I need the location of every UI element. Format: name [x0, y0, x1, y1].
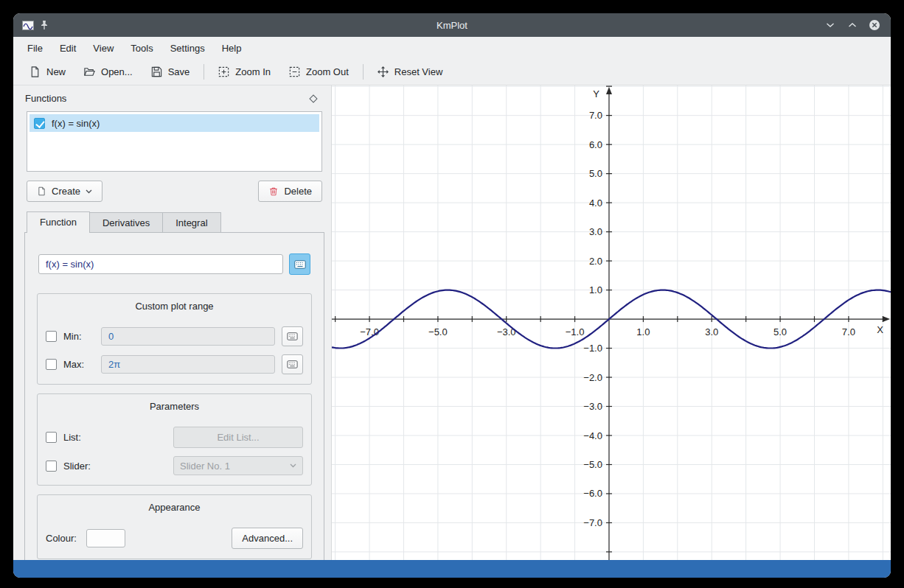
max-checkbox[interactable] — [46, 359, 57, 370]
bottom-bar — [13, 560, 891, 578]
svg-text:1.0: 1.0 — [636, 326, 650, 337]
new-function-icon — [37, 186, 46, 197]
tab-derivatives[interactable]: Derivatives — [89, 212, 163, 232]
custom-plot-range-group: Custom plot range Min: Max: — [37, 293, 312, 385]
toolbar-save-button[interactable]: Save — [144, 62, 197, 82]
reset-view-icon — [377, 66, 389, 78]
functions-dock: Functions f(x) = sin(x) Create — [13, 85, 332, 560]
toolbar-separator — [204, 64, 204, 80]
svg-text:−7.0: −7.0 — [360, 326, 379, 337]
function-visible-checkbox[interactable] — [34, 118, 45, 129]
svg-text:7.0: 7.0 — [589, 110, 602, 121]
function-list[interactable]: f(x) = sin(x) — [27, 111, 322, 172]
zoom-out-icon — [288, 66, 301, 78]
plot-canvas: −7.0−5.0−3.0−1.01.03.05.07.0−7.0−6.0−5.0… — [332, 85, 891, 560]
appearance-group: Appearance Colour: Advanced... — [37, 494, 312, 559]
shade-button[interactable] — [823, 18, 838, 32]
svg-text:−7.0: −7.0 — [583, 517, 602, 528]
function-tabs: Function Derivatives Integral — [27, 211, 331, 232]
menu-settings[interactable]: Settings — [164, 39, 212, 57]
min-input — [101, 327, 275, 346]
menu-view[interactable]: View — [86, 39, 120, 57]
trash-icon — [268, 186, 279, 197]
svg-text:3.0: 3.0 — [705, 326, 718, 337]
open-folder-icon — [83, 66, 96, 78]
maximize-button[interactable] — [845, 18, 860, 32]
svg-text:−4.0: −4.0 — [583, 430, 602, 441]
dock-title: Functions — [25, 93, 66, 104]
tab-integral[interactable]: Integral — [162, 212, 220, 232]
equation-editor-button[interactable] — [289, 253, 310, 275]
advanced-button[interactable]: Advanced... — [232, 528, 303, 549]
colour-picker-button[interactable] — [86, 529, 125, 547]
svg-text:3.0: 3.0 — [589, 226, 602, 237]
min-editor-button[interactable] — [282, 326, 303, 346]
svg-text:1.0: 1.0 — [589, 284, 602, 295]
function-tab-panel: Custom plot range Min: Max: — [24, 232, 324, 560]
slider-checkbox[interactable] — [46, 461, 57, 472]
list-label: List: — [63, 432, 81, 443]
equation-input[interactable] — [38, 254, 283, 274]
svg-text:5.0: 5.0 — [589, 168, 602, 179]
svg-text:−5.0: −5.0 — [583, 459, 602, 470]
svg-text:2.0: 2.0 — [589, 256, 602, 267]
plot-area[interactable]: −7.0−5.0−3.0−1.01.03.05.07.0−7.0−6.0−5.0… — [332, 85, 891, 560]
menu-tools[interactable]: Tools — [124, 39, 159, 57]
pin-icon[interactable] — [40, 20, 49, 30]
svg-text:−5.0: −5.0 — [428, 326, 448, 337]
titlebar[interactable]: KmPlot — [13, 13, 891, 37]
list-checkbox[interactable] — [46, 432, 57, 443]
min-checkbox[interactable] — [46, 331, 57, 342]
toolbar: NewOpen...SaveZoom InZoom OutReset View — [13, 59, 891, 85]
kmplot-window: KmPlot FileEditViewToolsSettingsHelp New… — [13, 13, 891, 578]
slider-combobox: Slider No. 1 — [173, 456, 303, 475]
max-input — [101, 355, 275, 374]
save-icon — [150, 66, 163, 78]
svg-text:−3.0: −3.0 — [583, 401, 602, 412]
chevron-down-icon — [86, 189, 92, 194]
desktop-background: KmPlot FileEditViewToolsSettingsHelp New… — [0, 0, 904, 588]
svg-text:Y: Y — [593, 88, 599, 99]
tab-function[interactable]: Function — [27, 211, 90, 232]
delete-button[interactable]: Delete — [258, 181, 322, 202]
toolbar-new-button[interactable]: New — [22, 62, 72, 82]
toolbar-zoom-in-button[interactable]: Zoom In — [211, 62, 277, 82]
app-icon — [22, 21, 34, 30]
svg-text:6.0: 6.0 — [589, 139, 602, 150]
menubar: FileEditViewToolsSettingsHelp — [13, 37, 891, 59]
function-list-item-label: f(x) = sin(x) — [52, 118, 100, 129]
min-label: Min: — [63, 331, 94, 342]
max-editor-button[interactable] — [282, 354, 303, 374]
slider-label: Slider: — [63, 461, 91, 472]
parameters-group: Parameters List: Edit List... Slider: — [37, 393, 312, 486]
edit-list-button: Edit List... — [173, 427, 303, 448]
new-document-icon — [29, 66, 41, 78]
toolbar-separator — [363, 64, 364, 80]
svg-text:X: X — [877, 324, 883, 335]
svg-text:4.0: 4.0 — [589, 197, 602, 209]
create-button[interactable]: Create — [27, 181, 102, 202]
svg-text:−6.0: −6.0 — [583, 488, 602, 499]
svg-text:−2.0: −2.0 — [583, 372, 602, 383]
function-list-item[interactable]: f(x) = sin(x) — [29, 114, 319, 132]
zoom-in-icon — [218, 66, 230, 78]
window-title: KmPlot — [13, 20, 891, 31]
chevron-down-icon — [290, 463, 296, 468]
dock-float-icon[interactable] — [309, 94, 317, 102]
close-button[interactable] — [867, 18, 882, 32]
menu-file[interactable]: File — [21, 39, 49, 57]
toolbar-zoom-out-button[interactable]: Zoom Out — [282, 62, 355, 82]
svg-text:−1.0: −1.0 — [583, 343, 602, 354]
max-label: Max: — [63, 359, 94, 370]
svg-text:5.0: 5.0 — [773, 326, 787, 337]
svg-text:−1.0: −1.0 — [566, 326, 585, 337]
toolbar-open-button[interactable]: Open... — [77, 62, 139, 82]
toolbar-reset-view-button[interactable]: Reset View — [370, 62, 450, 82]
menu-edit[interactable]: Edit — [53, 39, 83, 57]
svg-text:7.0: 7.0 — [842, 326, 855, 337]
colour-label: Colour: — [46, 533, 77, 544]
menu-help[interactable]: Help — [215, 39, 248, 57]
